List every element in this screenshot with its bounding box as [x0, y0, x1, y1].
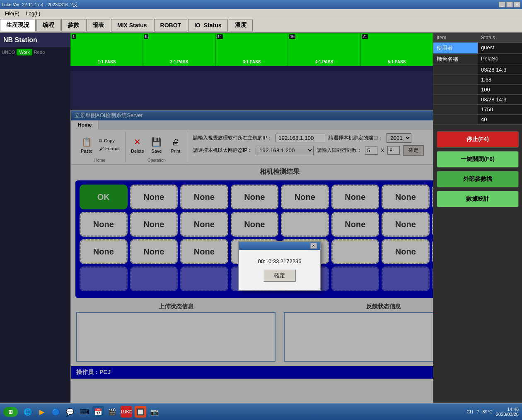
info-value-5: 100: [478, 85, 522, 94]
station-num-5: 21: [362, 34, 368, 39]
start-button[interactable]: ⊞: [3, 407, 18, 417]
station-label-5: 5:1.PASS: [361, 60, 433, 64]
station-label-2: 2:1.PASS: [143, 60, 215, 64]
right-panel-header: Item Status: [433, 33, 522, 43]
title-controls: _ □ ✕: [499, 2, 520, 7]
taskbar-ch-label: CH: [466, 409, 473, 414]
info-label-7: [433, 105, 478, 114]
info-row-4: 1.68: [433, 75, 522, 85]
tab-production[interactable]: 生産現況: [0, 19, 36, 31]
tab-reports[interactable]: 報表: [86, 19, 110, 31]
station-num-3: 11: [217, 34, 223, 39]
station-num-2: 6: [144, 34, 148, 39]
info-label-8: [433, 115, 478, 124]
info-row-3: 03/28 14:3: [433, 65, 522, 75]
minimize-btn[interactable]: _: [499, 2, 505, 7]
nav-tabs: 生産現況 编程 參數 報表 MIX Status ROBOT IO_Status…: [0, 18, 522, 33]
info-label-machine: 機台名稱: [433, 54, 478, 65]
right-panel: Item Status 使用者 guest 機台名稱 PelaSc 03/28 …: [433, 33, 522, 403]
station-3[interactable]: 11 3:1.PASS: [215, 33, 288, 66]
info-value-user: guest: [478, 43, 522, 53]
windows-icon: ⊞: [8, 409, 13, 415]
info-label-6: [433, 95, 478, 104]
taskbar-icon-keyboard[interactable]: ⌨: [78, 406, 90, 418]
info-value-8: 40: [478, 115, 522, 124]
redo-button[interactable]: Redo: [34, 50, 45, 55]
taskbar: ⊞ 🌐 ▶ 🔵 💬 ⌨ 📅 🎬 LUKE 🔲 📷 CH ? 89°C 14:46…: [0, 403, 522, 420]
station-1[interactable]: 1 1:1.PASS: [70, 33, 143, 66]
header-item-label: Item: [433, 33, 478, 42]
station-label-3: 3:1.PASS: [216, 60, 288, 64]
taskbar-icon-grid[interactable]: 🔲: [135, 406, 146, 418]
station-title: NB Station: [0, 33, 70, 47]
taskbar-icon-film[interactable]: 🎬: [106, 406, 118, 418]
work-button[interactable]: Work: [17, 49, 32, 55]
header-status-label: Status: [478, 33, 522, 42]
info-row-user: 使用者 guest: [433, 43, 522, 54]
info-label-4: [433, 75, 478, 84]
station-num-4: 16: [289, 34, 295, 39]
tab-robot[interactable]: ROBOT: [154, 19, 188, 31]
station-display: 1 1:1.PASS 6 2:1.PASS 11 3:1.PASS 16 4:1…: [70, 33, 433, 403]
left-panel: NB Station UNDO Work Redo: [0, 33, 70, 403]
station-label-4: 4:1.PASS: [288, 60, 360, 64]
station-spacer: [70, 66, 433, 71]
app-title: Luke Ver. 22.11.17.4 - 20230316_2反: [2, 2, 499, 8]
taskbar-icon-ie[interactable]: 🌐: [22, 406, 34, 418]
info-row-7: 1750: [433, 105, 522, 115]
external-params-button[interactable]: 外部參數檔: [437, 171, 519, 187]
station-2[interactable]: 6 2:1.PASS: [143, 33, 215, 66]
modal-timestamp: 00:10:33.2172236: [249, 258, 310, 264]
taskbar-icons: 🌐 ▶ 🔵 💬 ⌨ 📅 🎬 LUKE 🔲 📷: [22, 406, 160, 418]
right-buttons: 停止(F4) 一鍵關閉(F6) 外部參數檔 數據統計: [433, 128, 522, 211]
modal-title-bar: ✕: [239, 242, 320, 250]
undo-button[interactable]: UNDO: [2, 50, 15, 55]
taskbar-time: 14:46: [496, 407, 519, 412]
tab-programming[interactable]: 编程: [36, 19, 60, 31]
info-row-8: 40: [433, 115, 522, 125]
station-4[interactable]: 16 4:1.PASS: [288, 33, 360, 66]
info-row-6: 03/28 14:3: [433, 95, 522, 105]
menu-log[interactable]: Log(L): [23, 10, 44, 17]
taskbar-right: CH ? 89°C 14:46 2023/03/28: [466, 407, 519, 417]
taskbar-icon-app1[interactable]: LUKE: [121, 406, 132, 418]
maximize-btn[interactable]: □: [506, 2, 513, 7]
info-label-user: 使用者: [433, 43, 478, 53]
info-value-6: 03/28 14:3: [478, 95, 522, 104]
taskbar-icon-media[interactable]: ▶: [36, 406, 48, 418]
tab-io-status[interactable]: IO_Status: [188, 19, 227, 31]
tab-temperature[interactable]: 溫度: [229, 19, 253, 31]
taskbar-temp: 89°C: [482, 409, 493, 414]
station-5[interactable]: 21 5:1.PASS: [360, 33, 433, 66]
taskbar-icon-chrome[interactable]: 🔵: [50, 406, 62, 418]
info-label-3: [433, 65, 478, 74]
data-stats-button[interactable]: 數據統計: [437, 191, 519, 207]
info-label-5: [433, 85, 478, 94]
close-all-button[interactable]: 一鍵關閉(F6): [437, 151, 519, 168]
modal-overlay: ✕ 00:10:33.2172236 確定: [71, 110, 433, 403]
aoi-dialog: 立景単图AOI检测系统Server _ □ ✕ Home: [70, 110, 433, 403]
taskbar-help-icon: ?: [476, 409, 479, 414]
info-row-machine: 機台名稱 PelaSc: [433, 54, 522, 65]
modal-content: 00:10:33.2172236 確定: [239, 250, 320, 290]
taskbar-time-display: 14:46 2023/03/28: [496, 407, 519, 417]
left-panel-buttons: UNDO Work Redo: [0, 47, 70, 57]
info-value-3: 03/28 14:3: [478, 65, 522, 74]
close-btn[interactable]: ✕: [514, 2, 520, 7]
stop-button[interactable]: 停止(F4): [437, 131, 519, 148]
tab-params[interactable]: 參數: [61, 19, 85, 31]
info-value-7: 1750: [478, 105, 522, 114]
info-row-5: 100: [433, 85, 522, 95]
taskbar-icon-chat[interactable]: 💬: [64, 406, 76, 418]
taskbar-date: 2023/03/28: [496, 412, 519, 417]
menu-file[interactable]: File(F): [2, 10, 23, 17]
info-value-machine: PelaSc: [478, 54, 522, 65]
modal-dialog: ✕ 00:10:33.2172236 確定: [238, 241, 321, 291]
modal-close-button[interactable]: ✕: [310, 243, 317, 249]
tab-mix-status[interactable]: MIX Status: [111, 19, 153, 31]
taskbar-icon-camera[interactable]: 📷: [149, 406, 160, 418]
station-row: 1 1:1.PASS 6 2:1.PASS 11 3:1.PASS 16 4:1…: [70, 33, 433, 66]
modal-confirm-button[interactable]: 確定: [263, 269, 296, 282]
taskbar-icon-calendar[interactable]: 📅: [92, 406, 104, 418]
menu-bar: File(F) Log(L): [0, 9, 522, 18]
